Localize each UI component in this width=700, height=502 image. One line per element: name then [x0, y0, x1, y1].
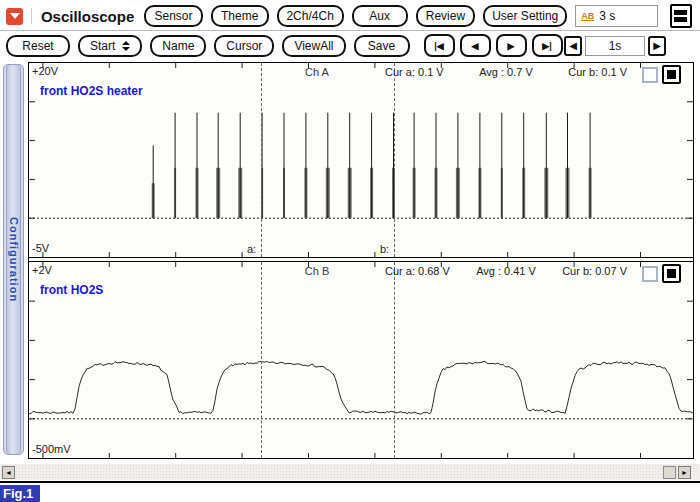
playback-controls: |◀ ◀ ▶ ▶| [424, 34, 563, 57]
channel-mode-button[interactable]: 2Ch/4Ch [277, 5, 344, 27]
scrollbar-thumb[interactable] [663, 466, 676, 479]
skip-end-button[interactable]: ▶| [532, 34, 563, 57]
channel-b-top-scale: +2V [32, 265, 52, 276]
timebase-value: 1s [585, 36, 645, 56]
app-menu-icon[interactable] [6, 8, 23, 25]
channel-b-readouts: Cur a: 0.68 V Avg : 0.41 V Cur b: 0.07 V [385, 265, 627, 277]
average-readout: Avg : 0.7 V [479, 66, 533, 78]
channel-b-signal-label: front HO2S [40, 283, 103, 297]
channel-b-waveform [29, 262, 693, 458]
channel-b-checkbox[interactable] [642, 266, 658, 282]
channel-a-signal-label: front HO2S heater [40, 84, 143, 98]
app-title: Oscilloscope [41, 8, 134, 25]
cursor-a-readout: Cur a: 0.68 V [385, 265, 450, 277]
channel-b-bottom-scale: -500mV [32, 444, 71, 455]
sensor-button[interactable]: Sensor [144, 5, 202, 27]
skip-start-button[interactable]: |◀ [424, 34, 455, 57]
start-spinner-icon[interactable] [122, 41, 130, 51]
scroll-left-icon[interactable]: ◄ [2, 466, 15, 479]
scroll-right-icon[interactable]: ► [678, 466, 691, 479]
ab-time-value: 3 s [599, 9, 615, 23]
channel-a-display-toggle[interactable] [662, 65, 681, 84]
figure-caption-badge: Fig.1 [0, 485, 40, 502]
start-button[interactable]: Start [78, 35, 142, 57]
channel-a-name: Ch A [287, 66, 347, 78]
user-setting-button[interactable]: User Setting [483, 5, 567, 27]
channel-a-pane: +20V Ch A Cur a: 0.1 V Avg : 0.7 V Cur b… [29, 63, 693, 258]
theme-button[interactable]: Theme [211, 5, 269, 27]
channel-a-top-scale: +20V [32, 66, 58, 77]
save-button[interactable]: Save [354, 35, 410, 57]
horizontal-scrollbar[interactable] [0, 464, 700, 480]
cursor-button[interactable]: Cursor [214, 35, 274, 57]
cursor-b-readout: Cur b: 0.1 V [568, 66, 627, 78]
timebase-increase-button[interactable]: ▶ [648, 36, 666, 56]
viewall-button[interactable]: ViewAll [282, 35, 345, 57]
toolbar-separator [0, 30, 700, 31]
cursor-b-line[interactable] [394, 262, 395, 458]
cursor-a-line[interactable] [261, 262, 262, 458]
ab-cursor-icon: AB [581, 12, 594, 21]
channel-a-bottom-scale: -5V [32, 243, 49, 254]
ab-time-display: AB 3 s [575, 5, 658, 27]
toolbar-divider [31, 8, 32, 24]
cursor-a-line[interactable] [261, 63, 262, 257]
timebase-control: ◀ 1s ▶ [564, 36, 666, 56]
cursor-a-readout: Cur a: 0.1 V [385, 66, 444, 78]
channel-a-readouts: Cur a: 0.1 V Avg : 0.7 V Cur b: 0.1 V [385, 66, 627, 78]
timebase-decrease-button[interactable]: ◀ [564, 36, 582, 56]
scope-display: +20V Ch A Cur a: 0.1 V Avg : 0.7 V Cur b… [28, 62, 694, 459]
configuration-panel-label: Configuration [8, 217, 20, 302]
cursor-a-label: a: [247, 243, 256, 255]
toolbar-top: Oscilloscope Sensor Theme 2Ch/4Ch Aux Re… [0, 2, 700, 30]
step-back-button[interactable]: ◀ [460, 34, 491, 57]
reset-button[interactable]: Reset [6, 35, 70, 57]
name-button[interactable]: Name [150, 35, 206, 57]
cursor-b-label: b: [380, 243, 389, 255]
toolbar-second: Reset Start Name Cursor ViewAll Save |◀ … [0, 32, 700, 59]
average-readout: Avg : 0.41 V [476, 265, 536, 277]
step-forward-button[interactable]: ▶ [496, 34, 527, 57]
channel-a-checkbox[interactable] [642, 67, 658, 83]
bottom-divider [0, 481, 700, 483]
cursor-b-line[interactable] [394, 63, 395, 257]
channel-b-pane: +2V Ch B Cur a: 0.68 V Avg : 0.41 V Cur … [29, 261, 693, 458]
channel-b-display-toggle[interactable] [662, 264, 681, 283]
channel-b-name: Ch B [287, 265, 347, 277]
cursor-b-readout: Cur b: 0.07 V [562, 265, 627, 277]
aux-button[interactable]: Aux [352, 5, 408, 27]
dropdown-arrow-icon [10, 13, 20, 19]
configuration-panel-tab[interactable]: Configuration [3, 64, 24, 455]
review-button[interactable]: Review [416, 5, 476, 27]
hamburger-menu-icon[interactable] [670, 4, 692, 28]
